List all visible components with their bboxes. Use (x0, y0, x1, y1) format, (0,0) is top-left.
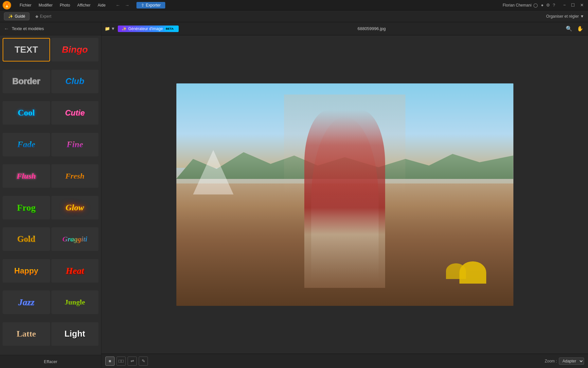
style-item-light[interactable]: Light (51, 322, 99, 346)
guided-mode-button[interactable]: ✨ Guidé (4, 12, 29, 20)
style-item-fine[interactable]: Fine (51, 133, 99, 156)
style-item-cool[interactable]: Cool (3, 101, 50, 125)
style-item-text[interactable]: TEXT (3, 38, 50, 61)
user-info: Florian Chemani ◯ (503, 3, 538, 8)
expert-label: Expert (40, 14, 51, 19)
export-button[interactable]: ⇧ Exporter (136, 2, 165, 9)
ai-generator-button[interactable]: ✨ Générateur d'image BETA (118, 26, 179, 32)
panel-footer: Effacer (0, 355, 101, 368)
export-icon: ⇧ (141, 3, 144, 8)
organize-button[interactable]: Organiser et régler ▼ (546, 14, 584, 19)
window-controls: − ☐ ✕ (561, 2, 585, 8)
expert-mode-button[interactable]: ◆ Expert (31, 13, 55, 20)
user-avatar-icon: ◯ (533, 3, 538, 8)
titlebar-right: Florian Chemani ◯ ● ⚙ ? − ☐ ✕ (503, 2, 585, 8)
menu-photo[interactable]: Photo (57, 2, 73, 8)
zoom-label: Zoom : (545, 359, 557, 363)
folder-icon: 📁 (105, 26, 110, 31)
image-canvas (101, 35, 588, 354)
menu-bar: Fichier Modifier Photo Afficher Aide (16, 2, 109, 8)
style-item-flush[interactable]: Flush (3, 164, 50, 188)
diamond-icon: ◆ (35, 14, 38, 19)
chevron-down-icon: ▼ (580, 14, 584, 19)
organize-label: Organiser et régler (546, 14, 579, 19)
minimize-button[interactable]: − (561, 2, 567, 8)
view-single-button[interactable]: ■ (105, 357, 115, 366)
photo-container (176, 83, 513, 306)
folder-button[interactable]: 📁 ▼ (105, 26, 115, 31)
maximize-button[interactable]: ☐ (569, 2, 577, 8)
pan-hand-button[interactable]: ✋ (576, 25, 585, 32)
style-item-happy[interactable]: Happy (3, 259, 50, 283)
ai-star-icon: ✨ (122, 26, 127, 31)
style-item-jungle[interactable]: Jungle (51, 290, 99, 314)
zoom-select[interactable]: Adapter 25% 50% 75% 100% 150% 200% (559, 358, 584, 365)
folder-dropdown-icon: ▼ (111, 26, 115, 31)
style-item-glow[interactable]: Glow (51, 196, 99, 219)
titlebar-left: 🔥 Fichier Modifier Photo Afficher Aide ←… (3, 1, 165, 9)
close-button[interactable]: ✕ (579, 2, 585, 8)
zoom-area: Zoom : Adapter 25% 50% 75% 100% 150% 200… (545, 358, 584, 365)
style-item-graffiti[interactable]: Graggiti (51, 227, 99, 251)
style-item-cutie[interactable]: Cutie (51, 101, 99, 125)
app-logo: 🔥 (3, 1, 11, 9)
style-item-frog[interactable]: Frog (3, 196, 50, 219)
titlebar: 🔥 Fichier Modifier Photo Afficher Aide ←… (0, 0, 588, 10)
magic-wand-icon: ✨ (8, 14, 13, 19)
user-name: Florian Chemani (503, 3, 531, 8)
crowd-photo (176, 83, 513, 306)
brush-tool-button[interactable]: ✎ (139, 357, 148, 366)
view-compare-button[interactable]: □□ (116, 357, 126, 366)
toolbar-right: Organiser et régler ▼ (546, 14, 584, 19)
guided-label: Guidé (15, 14, 25, 19)
rotate-button[interactable]: ⇌ (128, 357, 137, 366)
export-label: Exporter (146, 3, 161, 8)
right-panel: 📁 ▼ ✨ Générateur d'image BETA 688059996.… (101, 22, 588, 368)
style-item-border[interactable]: Border (3, 70, 50, 93)
search-zoom-button[interactable]: 🔍 (564, 25, 574, 32)
file-name: 688059996.jpg (181, 26, 562, 31)
menu-aide[interactable]: Aide (95, 2, 109, 8)
menu-afficher[interactable]: Afficher (74, 2, 94, 8)
bell-icon[interactable]: ● (541, 3, 543, 8)
image-toolbar: 📁 ▼ ✨ Générateur d'image BETA 688059996.… (101, 22, 588, 35)
panel-title: Texte et modèles (12, 26, 44, 31)
panel-header: ← Texte et modèles (0, 22, 101, 35)
beta-badge: BETA (165, 27, 175, 31)
nav-arrows: ← → (114, 2, 131, 9)
clear-button[interactable]: Effacer (44, 359, 57, 364)
main-layout: ← Texte et modèles TEXTBingoBorderClubCo… (0, 22, 588, 368)
toolbar: ✨ Guidé ◆ Expert Organiser et régler ▼ (0, 10, 588, 22)
style-item-bingo[interactable]: Bingo (51, 38, 99, 61)
menu-modifier[interactable]: Modifier (35, 2, 56, 8)
text-styles-grid: TEXTBingoBorderClubCoolCutieFadeFineFlus… (0, 35, 101, 355)
style-item-fade[interactable]: Fade (3, 133, 50, 156)
undo-button[interactable]: ← (114, 2, 122, 9)
left-panel: ← Texte et modèles TEXTBingoBorderClubCo… (0, 22, 101, 368)
style-item-fresh[interactable]: Fresh (51, 164, 99, 188)
style-item-club[interactable]: Club (51, 70, 99, 93)
redo-button[interactable]: → (123, 2, 131, 9)
settings-icon[interactable]: ⚙ (546, 3, 550, 8)
style-item-latte[interactable]: Latte (3, 322, 50, 346)
bottom-toolbar: ■ □□ ⇌ ✎ Zoom : Adapter 25% 50% 75% 100%… (101, 354, 588, 368)
back-arrow[interactable]: ← (4, 26, 9, 32)
help-icon[interactable]: ? (553, 3, 555, 8)
style-item-heat[interactable]: Heat (51, 259, 99, 283)
style-item-jazz[interactable]: Jazz (3, 290, 50, 314)
menu-fichier[interactable]: Fichier (16, 2, 35, 8)
ai-generator-label: Générateur d'image (128, 26, 163, 31)
image-tools: 🔍 ✋ (564, 25, 585, 32)
titlebar-icons: ● ⚙ ? (541, 3, 555, 8)
style-item-gold[interactable]: Gold (3, 227, 50, 251)
